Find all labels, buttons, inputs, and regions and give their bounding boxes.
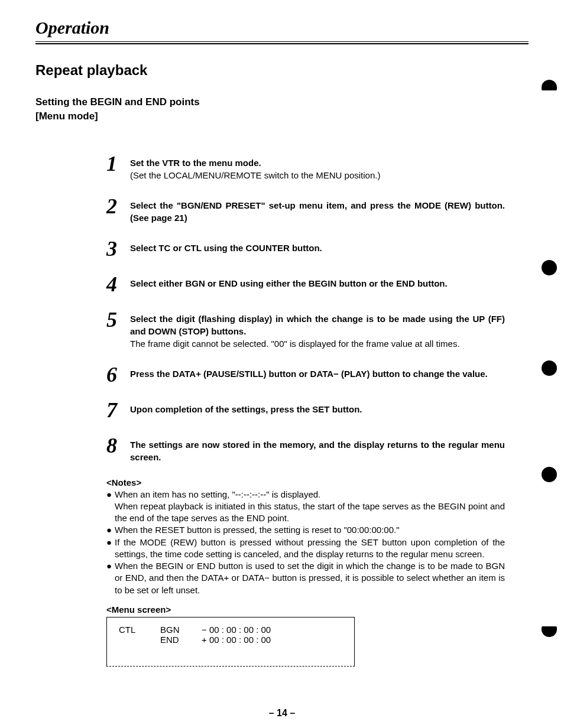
note-text: When repeat playback is initiated in thi…: [115, 501, 505, 523]
step-bold-text: Select the digit (flashing display) in w…: [130, 314, 505, 336]
step-bold-text: Press the DATA+ (PAUSE/STILL) button or …: [130, 369, 488, 379]
binder-hole-icon: [542, 467, 557, 482]
subsubsection-line1: Setting the BEGIN and END points: [35, 96, 200, 108]
binder-hole-icon: [542, 260, 557, 275]
step-bold-text: Select either BGN or END using either th…: [130, 278, 448, 288]
note-item: ● If the MODE (REW) button is pressed wi…: [106, 537, 505, 561]
step-number: 4: [106, 274, 130, 295]
binder-hole-icon: [542, 626, 557, 637]
menu-cell: BGN: [160, 625, 202, 635]
step-bold-text: Upon completion of the settings, press t…: [130, 404, 362, 414]
menu-cell: − 00 : 00 : 00 : 00: [202, 625, 342, 635]
divider: [35, 41, 529, 44]
note-item: ● When the RESET button is pressed, the …: [106, 524, 505, 536]
subsubsection-line2: [Menu mode]: [35, 110, 98, 122]
subsection-title: Repeat playback: [35, 62, 529, 79]
notes-heading: <Notes>: [106, 477, 505, 488]
step-number: 2: [106, 196, 130, 217]
step-number: 3: [106, 238, 130, 259]
step-item: 4 Select either BGN or END using either …: [106, 274, 505, 295]
note-text: When the BEGIN or END button is used to …: [115, 561, 505, 595]
menu-screen-box: CTL BGN − 00 : 00 : 00 : 00 END + 00 : 0…: [106, 617, 355, 667]
step-number: 8: [106, 435, 130, 456]
menu-cell: END: [160, 635, 202, 645]
note-item: ● When an item has no setting, "--:--:--…: [106, 489, 505, 525]
step-item: 3 Select TC or CTL using the COUNTER but…: [106, 238, 505, 259]
note-text: When an item has no setting, "--:--:--:-…: [115, 489, 320, 499]
step-number: 5: [106, 309, 130, 330]
bullet-icon: ●: [106, 560, 115, 572]
step-item: 1 Set the VTR to the menu mode. (Set the…: [106, 153, 505, 181]
step-number: 6: [106, 364, 130, 385]
menu-row: END + 00 : 00 : 00 : 00: [119, 635, 342, 645]
menu-cell: [119, 635, 160, 645]
step-bold-text: Select the "BGN/END PRESET" set-up menu …: [130, 200, 505, 223]
step-item: 2 Select the "BGN/END PRESET" set-up men…: [106, 196, 505, 224]
note-text: When the RESET button is pressed, the se…: [115, 525, 399, 535]
step-bold-text: The settings are now stored in the memor…: [130, 440, 505, 462]
step-number: 7: [106, 399, 130, 421]
note-item: ● When the BEGIN or END button is used t…: [106, 560, 505, 596]
step-number: 1: [106, 153, 130, 174]
notes-block: <Notes> ● When an item has no setting, "…: [106, 477, 505, 596]
note-text: If the MODE (REW) button is pressed with…: [115, 537, 505, 559]
step-item: 6 Press the DATA+ (PAUSE/STILL) button o…: [106, 364, 505, 385]
section-title: Operation: [35, 18, 529, 38]
bullet-icon: ●: [106, 524, 115, 536]
step-bold-text: Set the VTR to the menu mode.: [130, 158, 261, 168]
step-item: 8 The settings are now stored in the mem…: [106, 435, 505, 463]
menu-screen-heading: <Menu screen>: [106, 604, 529, 615]
menu-cell: + 00 : 00 : 00 : 00: [202, 635, 342, 645]
page-number: – 14 –: [35, 708, 529, 719]
step-plain-text: The frame digit cannot be selected. "00"…: [130, 339, 460, 349]
binder-hole-icon: [542, 80, 557, 90]
menu-cell: CTL: [119, 625, 160, 635]
binder-hole-icon: [542, 360, 557, 376]
steps-list: 1 Set the VTR to the menu mode. (Set the…: [106, 153, 505, 463]
step-plain-text: (Set the LOCAL/MENU/REMOTE switch to the…: [130, 170, 380, 180]
subsubsection-title: Setting the BEGIN and END points [Menu m…: [35, 95, 529, 124]
step-bold-text: Select TC or CTL using the COUNTER butto…: [130, 243, 322, 253]
bullet-icon: ●: [106, 537, 115, 548]
step-item: 5 Select the digit (flashing display) in…: [106, 309, 505, 350]
bullet-icon: ●: [106, 489, 115, 500]
menu-row: CTL BGN − 00 : 00 : 00 : 00: [119, 625, 342, 635]
step-item: 7 Upon completion of the settings, press…: [106, 399, 505, 421]
